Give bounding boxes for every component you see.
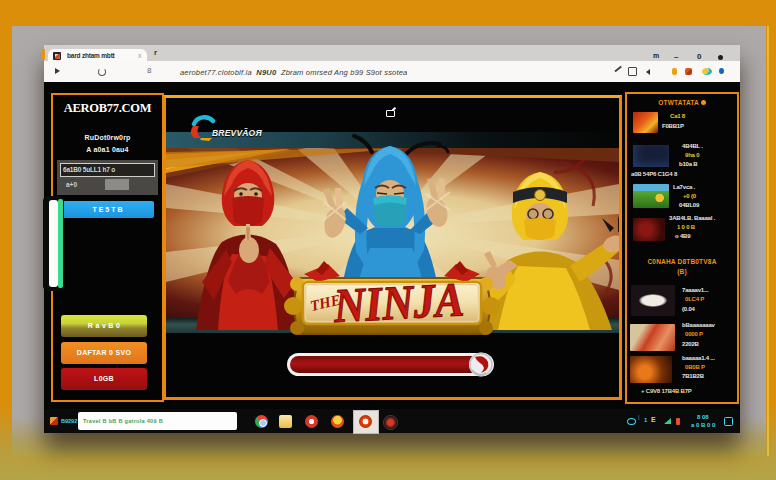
- svg-text:NINJA: NINJA: [332, 272, 465, 332]
